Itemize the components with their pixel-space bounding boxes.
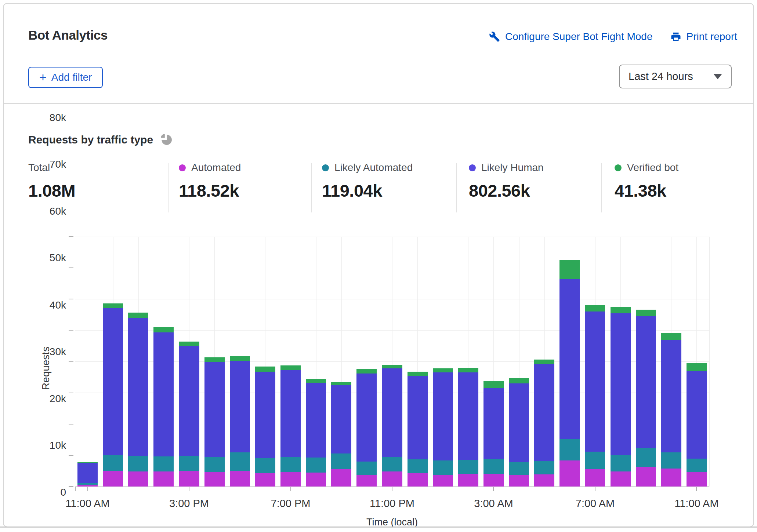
add-filter-label: Add filter bbox=[51, 72, 92, 83]
time-range-select[interactable]: Last 24 hours bbox=[619, 65, 732, 88]
stat-likely-automated-label: Likely Automated bbox=[334, 162, 413, 174]
add-filter-button[interactable]: + Add filter bbox=[28, 67, 103, 88]
stats-divider bbox=[601, 163, 602, 212]
stat-likely-human: Likely Human 802.56k bbox=[469, 161, 544, 201]
stats-divider bbox=[168, 163, 169, 212]
stat-total-value: 1.08M bbox=[28, 181, 75, 201]
stat-automated: Automated 118.52k bbox=[179, 161, 241, 201]
printer-icon bbox=[670, 31, 681, 42]
stats-divider bbox=[311, 163, 312, 212]
stat-automated-value: 118.52k bbox=[179, 181, 241, 201]
likely-automated-dot-icon bbox=[322, 164, 329, 171]
likely-human-dot-icon bbox=[469, 164, 476, 171]
stat-likely-automated: Likely Automated 119.04k bbox=[322, 161, 413, 201]
stat-likely-human-value: 802.56k bbox=[469, 181, 544, 201]
bottom-divider bbox=[0, 526, 757, 528]
print-report-link[interactable]: Print report bbox=[670, 31, 738, 43]
pie-chart-icon bbox=[160, 133, 172, 147]
stat-automated-label: Automated bbox=[191, 162, 241, 174]
wrench-icon bbox=[489, 31, 500, 42]
page-title: Bot Analytics bbox=[28, 28, 108, 43]
verified-bot-dot-icon bbox=[615, 164, 622, 171]
bot-analytics-page: Bot Analytics Configure Super Bot Fight … bbox=[0, 0, 757, 532]
stat-likely-automated-value: 119.04k bbox=[322, 181, 413, 201]
stat-verified-bot-value: 41.38k bbox=[615, 181, 678, 201]
print-link-label: Print report bbox=[687, 31, 738, 43]
configure-link-label: Configure Super Bot Fight Mode bbox=[505, 31, 653, 43]
stat-likely-human-label: Likely Human bbox=[481, 162, 544, 174]
section-title: Requests by traffic type bbox=[28, 134, 153, 146]
stat-total-label: Total bbox=[28, 162, 50, 174]
chevron-down-icon bbox=[713, 74, 722, 79]
stat-total: Total 1.08M bbox=[28, 161, 75, 201]
header-divider bbox=[4, 103, 753, 104]
stats-row: Total 1.08M Automated 118.52k Likely Aut… bbox=[4, 161, 755, 214]
plus-icon: + bbox=[39, 71, 47, 83]
stat-verified-bot: Verified bot 41.38k bbox=[615, 161, 678, 201]
configure-super-bot-fight-mode-link[interactable]: Configure Super Bot Fight Mode bbox=[489, 31, 653, 43]
stats-divider bbox=[456, 163, 457, 212]
stat-verified-bot-label: Verified bot bbox=[627, 162, 678, 174]
time-range-value: Last 24 hours bbox=[629, 70, 693, 83]
header-links: Configure Super Bot Fight Mode Print rep… bbox=[489, 31, 737, 43]
automated-dot-icon bbox=[179, 164, 186, 171]
analytics-card: Bot Analytics Configure Super Bot Fight … bbox=[3, 3, 754, 527]
